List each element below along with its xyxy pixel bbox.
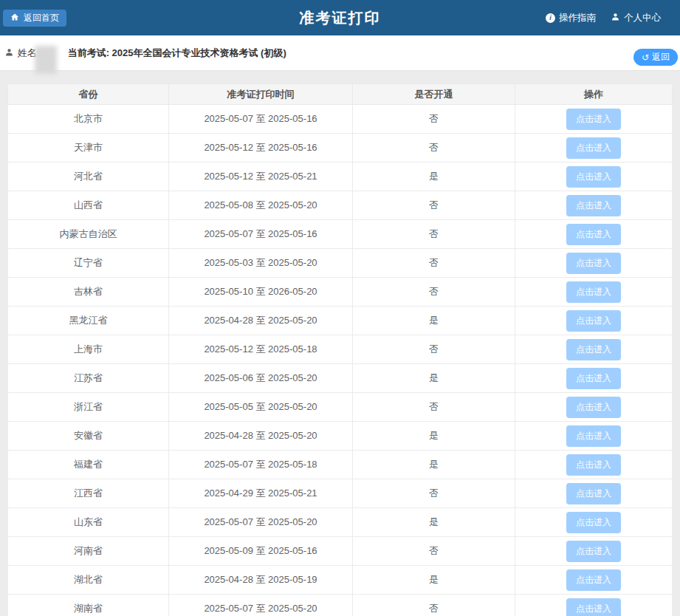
- enter-button[interactable]: 点击进入: [566, 569, 621, 591]
- enter-button[interactable]: 点击进入: [566, 109, 621, 130]
- enter-button[interactable]: 点击进入: [566, 310, 621, 332]
- table-row: 安徽省 2025-04-28 至 2025-05-20 是 点击进入: [8, 422, 673, 451]
- open-status-cell: 否: [353, 537, 515, 566]
- open-status-cell: 是: [353, 422, 515, 451]
- open-status-cell: 否: [353, 479, 515, 508]
- enter-button[interactable]: 点击进入: [566, 281, 621, 303]
- profile-link[interactable]: 个人中心: [611, 12, 661, 24]
- table-row: 江西省 2025-04-29 至 2025-05-21 否 点击进入: [8, 479, 673, 508]
- back-button[interactable]: ↺ 返回: [633, 49, 678, 66]
- province-cell: 天津市: [8, 134, 169, 162]
- table-row: 上海市 2025-05-12 至 2025-05-18 否 点击进入: [8, 335, 673, 364]
- province-cell: 内蒙古自治区: [8, 220, 169, 249]
- back-home-button[interactable]: 返回首页: [3, 10, 66, 27]
- open-status-cell: 是: [353, 364, 515, 393]
- guide-link[interactable]: i 操作指南: [546, 12, 596, 24]
- print-time-cell: 2025-04-29 至 2025-05-21: [169, 479, 353, 508]
- province-cell: 湖北省: [8, 566, 169, 595]
- open-status-cell: 是: [353, 451, 515, 479]
- action-cell: 点击进入: [515, 393, 673, 422]
- province-table-body: 北京市 2025-05-07 至 2025-05-16 否 点击进入 天津市 2…: [8, 105, 673, 616]
- refresh-icon: ↺: [642, 53, 649, 62]
- enter-button[interactable]: 点击进入: [566, 137, 621, 159]
- guide-label: 操作指南: [559, 12, 596, 24]
- open-status-cell: 否: [353, 134, 515, 162]
- enter-button[interactable]: 点击进入: [566, 368, 621, 389]
- action-cell: 点击进入: [515, 422, 673, 451]
- table-row: 河北省 2025-05-12 至 2025-05-21 是 点击进入: [8, 162, 673, 191]
- action-cell: 点击进入: [515, 105, 673, 134]
- print-time-cell: 2025-05-07 至 2025-05-20: [169, 508, 353, 537]
- enter-button[interactable]: 点击进入: [566, 195, 621, 216]
- table-row: 江苏省 2025-05-06 至 2025-05-20 是 点击进入: [8, 364, 673, 393]
- action-cell: 点击进入: [515, 162, 673, 191]
- table-container: 省份 准考证打印时间 是否开通 操作 北京市 2025-05-07 至 2025…: [7, 83, 673, 616]
- enter-button[interactable]: 点击进入: [566, 339, 621, 360]
- col-header-province: 省份: [8, 84, 169, 105]
- province-cell: 山西省: [8, 191, 169, 220]
- open-status-cell: 否: [353, 335, 515, 364]
- print-time-cell: 2025-05-05 至 2025-05-20: [169, 393, 353, 422]
- enter-button[interactable]: 点击进入: [566, 253, 621, 274]
- print-time-cell: 2025-05-08 至 2025-05-20: [169, 191, 353, 220]
- province-cell: 江苏省: [8, 364, 169, 393]
- print-time-cell: 2025-05-06 至 2025-05-20: [169, 364, 353, 393]
- action-cell: 点击进入: [515, 191, 673, 220]
- app-header: 返回首页 准考证打印 i 操作指南 个人中心: [0, 0, 680, 35]
- province-cell: 吉林省: [8, 278, 169, 307]
- enter-button[interactable]: 点击进入: [566, 512, 621, 533]
- back-label: 返回: [652, 51, 670, 64]
- open-status-cell: 是: [353, 307, 515, 335]
- print-time-cell: 2025-05-03 至 2025-05-20: [169, 249, 353, 278]
- open-status-cell: 是: [353, 162, 515, 191]
- province-cell: 福建省: [8, 451, 169, 479]
- enter-button[interactable]: 点击进入: [566, 454, 621, 476]
- print-time-cell: 2025-04-28 至 2025-05-20: [169, 307, 353, 335]
- enter-button[interactable]: 点击进入: [566, 483, 621, 504]
- province-cell: 浙江省: [8, 393, 169, 422]
- enter-button[interactable]: 点击进入: [566, 425, 621, 447]
- action-cell: 点击进入: [515, 220, 673, 249]
- enter-button[interactable]: 点击进入: [566, 541, 621, 562]
- col-header-action: 操作: [515, 84, 673, 105]
- table-row: 天津市 2025-05-12 至 2025-05-16 否 点击进入: [8, 134, 673, 162]
- table-row: 河南省 2025-05-09 至 2025-05-16 否 点击进入: [8, 537, 673, 566]
- table-row: 福建省 2025-05-07 至 2025-05-18 是 点击进入: [8, 451, 673, 479]
- user-icon: [4, 47, 14, 60]
- table-row: 湖北省 2025-04-28 至 2025-05-19 是 点击进入: [8, 566, 673, 595]
- province-cell: 安徽省: [8, 422, 169, 451]
- open-status-cell: 否: [353, 595, 515, 616]
- open-status-cell: 是: [353, 566, 515, 595]
- action-cell: 点击进入: [515, 451, 673, 479]
- table-header-row: 省份 准考证打印时间 是否开通 操作: [8, 84, 673, 105]
- home-icon: [10, 13, 19, 24]
- sub-header: 姓名: 当前考试: 2025年全国会计专业技术资格考试 (初级) ↺ 返回: [0, 35, 680, 71]
- open-status-cell: 是: [353, 508, 515, 537]
- province-cell: 黑龙江省: [8, 307, 169, 335]
- action-cell: 点击进入: [515, 537, 673, 566]
- table-row: 浙江省 2025-05-05 至 2025-05-20 否 点击进入: [8, 393, 673, 422]
- action-cell: 点击进入: [515, 479, 673, 508]
- table-row: 北京市 2025-05-07 至 2025-05-16 否 点击进入: [8, 105, 673, 134]
- print-time-cell: 2025-04-28 至 2025-05-19: [169, 566, 353, 595]
- info-icon: i: [546, 13, 555, 23]
- enter-button[interactable]: 点击进入: [566, 397, 621, 418]
- enter-button[interactable]: 点击进入: [566, 224, 621, 245]
- province-cell: 辽宁省: [8, 249, 169, 278]
- table-row: 山东省 2025-05-07 至 2025-05-20 是 点击进入: [8, 508, 673, 537]
- province-table: 省份 准考证打印时间 是否开通 操作 北京市 2025-05-07 至 2025…: [7, 83, 673, 616]
- header-links: i 操作指南 个人中心: [546, 12, 661, 24]
- enter-button[interactable]: 点击进入: [566, 166, 621, 188]
- col-header-print-time: 准考证打印时间: [169, 84, 353, 105]
- redacted-name: [35, 46, 57, 74]
- open-status-cell: 否: [353, 249, 515, 278]
- table-row: 山西省 2025-05-08 至 2025-05-20 否 点击进入: [8, 191, 673, 220]
- table-row: 吉林省 2025-05-10 至 2026-05-20 否 点击进入: [8, 278, 673, 307]
- enter-button[interactable]: 点击进入: [566, 598, 621, 616]
- profile-label: 个人中心: [624, 12, 661, 24]
- province-cell: 河北省: [8, 162, 169, 191]
- print-time-cell: 2025-05-12 至 2025-05-16: [169, 134, 353, 162]
- action-cell: 点击进入: [515, 134, 673, 162]
- table-row: 黑龙江省 2025-04-28 至 2025-05-20 是 点击进入: [8, 307, 673, 335]
- open-status-cell: 否: [353, 393, 515, 422]
